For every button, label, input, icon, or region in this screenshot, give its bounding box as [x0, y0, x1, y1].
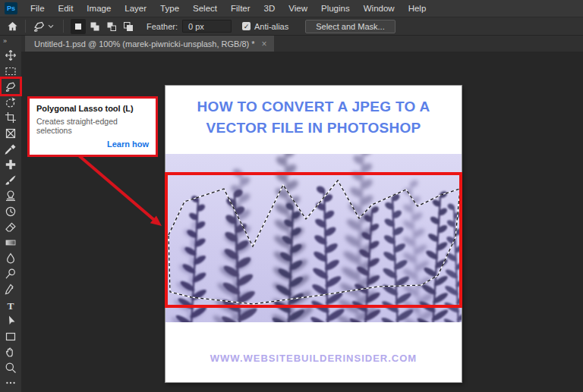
selection-highlight-box [165, 172, 462, 308]
tool-options-bar: Feather: 0 px Anti-alias Select and Mask… [0, 17, 583, 36]
feather-label: Feather: [147, 22, 178, 31]
move-tool[interactable] [2, 48, 20, 63]
home-icon[interactable] [3, 18, 21, 34]
blur-tool[interactable] [2, 251, 20, 266]
clone-stamp-tool[interactable] [2, 188, 20, 203]
tool-tooltip: Polygonal Lasso tool (L) Creates straigh… [27, 96, 158, 157]
toolbar-collapse-button[interactable]: » [0, 36, 7, 48]
object-selection-tool[interactable] [2, 95, 20, 110]
crop-tool[interactable] [2, 110, 20, 125]
new-selection-icon[interactable] [71, 19, 86, 34]
selection-mode-group [71, 19, 136, 34]
menu-window[interactable]: Window [357, 0, 402, 17]
menu-filter[interactable]: Filter [224, 0, 257, 17]
spot-healing-brush-tool[interactable] [2, 157, 20, 172]
dodge-tool[interactable] [2, 266, 20, 281]
subtract-from-selection-icon[interactable] [104, 19, 119, 34]
separator [25, 20, 26, 33]
rectangular-marquee-tool[interactable] [2, 64, 20, 79]
history-brush-tool[interactable] [2, 204, 20, 219]
document-tab-bar: Untitled-1.psd @ 100% (marek-piwnicki-un… [21, 36, 583, 52]
zoom-tool[interactable] [2, 360, 20, 375]
brush-tool[interactable] [2, 173, 20, 188]
polygonal-lasso-tool[interactable] [2, 79, 20, 94]
add-to-selection-icon[interactable] [87, 19, 102, 34]
menu-plugins[interactable]: Plugins [314, 0, 357, 17]
toolbar: » T [0, 36, 21, 392]
menu-help[interactable]: Help [402, 0, 433, 17]
rectangle-tool[interactable] [2, 329, 20, 344]
tooltip-title: Polygonal Lasso tool (L) [36, 104, 149, 113]
menu-bar: Ps File Edit Image Layer Type Select Fil… [0, 0, 583, 17]
svg-text:T: T [7, 299, 14, 311]
document-canvas[interactable]: HOW TO CONVERT A JPEG TO A VECTOR FILE I… [165, 86, 462, 382]
tooltip-description: Creates straight-edged selections [36, 117, 149, 135]
document-heading: HOW TO CONVERT A JPEG TO A VECTOR FILE I… [165, 96, 462, 139]
menu-type[interactable]: Type [153, 0, 186, 17]
menu-edit[interactable]: Edit [52, 0, 80, 17]
intersect-selection-icon[interactable] [121, 19, 136, 34]
learn-how-link[interactable]: Learn how [36, 140, 149, 149]
close-icon[interactable]: × [262, 39, 267, 49]
gradient-tool[interactable] [2, 235, 20, 250]
feather-input[interactable]: 0 px [182, 20, 232, 33]
photoshop-logo: Ps [5, 2, 17, 14]
menu-view[interactable]: View [282, 0, 314, 17]
select-and-mask-button[interactable]: Select and Mask... [305, 20, 395, 33]
path-selection-tool[interactable] [2, 313, 20, 328]
more-tools[interactable] [2, 375, 20, 390]
eraser-tool[interactable] [2, 220, 20, 235]
anti-alias-checkbox[interactable] [242, 22, 251, 30]
menu-file[interactable]: File [24, 0, 52, 17]
polygonal-lasso-icon [33, 20, 46, 33]
photoshop-window: Ps File Edit Image Layer Type Select Fil… [0, 0, 583, 392]
chevron-down-icon [48, 24, 54, 29]
menu-image[interactable]: Image [80, 0, 118, 17]
frame-tool[interactable] [2, 126, 20, 141]
separator [63, 20, 64, 33]
eyedropper-tool[interactable] [2, 142, 20, 157]
hand-tool[interactable] [2, 344, 20, 359]
type-tool[interactable]: T [2, 298, 20, 313]
anti-alias-label: Anti-alias [254, 22, 288, 31]
menu-layer[interactable]: Layer [118, 0, 153, 17]
footer-url: WWW.WEBSITEBUILDERINSIDER.COM [165, 353, 462, 364]
menu-3d[interactable]: 3D [257, 0, 282, 17]
document-tab[interactable]: Untitled-1.psd @ 100% (marek-piwnicki-un… [25, 36, 274, 52]
document-tab-title: Untitled-1.psd @ 100% (marek-piwnicki-un… [34, 39, 255, 49]
menu-select[interactable]: Select [186, 0, 224, 17]
pen-tool[interactable] [2, 282, 20, 297]
active-tool-dropdown[interactable] [30, 20, 59, 33]
